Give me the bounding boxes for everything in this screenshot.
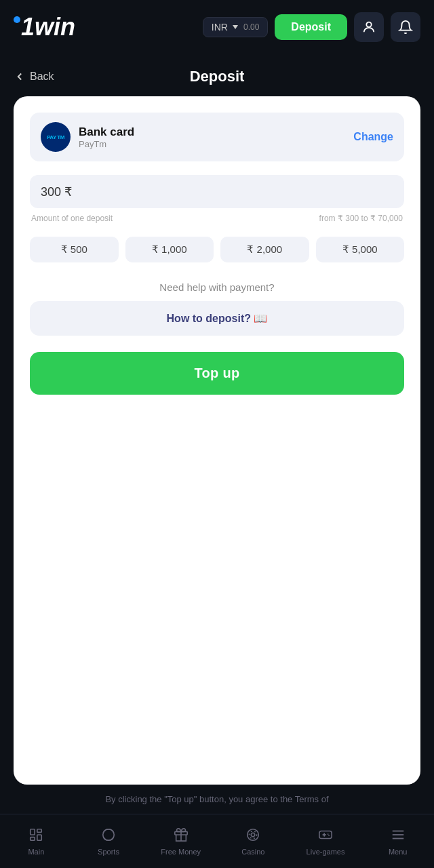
help-text: Need help with payment? [30,281,404,293]
back-button[interactable]: Back [14,71,54,83]
profile-button[interactable] [354,12,384,42]
quick-amount-5000[interactable]: ₹ 5,000 [316,237,405,262]
deposit-button[interactable]: Deposit [275,14,347,40]
logo: 1win [14,13,75,41]
quick-amount-1000[interactable]: ₹ 1,000 [125,237,214,262]
svg-point-0 [366,22,371,27]
how-to-label: How to deposit? 📖 [167,312,268,325]
currency-chevron-icon [233,25,238,29]
top-up-button[interactable]: Top up [30,352,404,395]
svg-rect-4 [31,837,35,840]
amount-hint-right: from ₹ 300 to ₹ 70,000 [319,214,403,223]
payment-name: Bank card [79,125,134,139]
svg-rect-3 [37,835,41,840]
back-arrow-icon [14,71,26,83]
payment-info: PAY TM Bank card PayTm [41,122,134,152]
amount-hint: Amount of one deposit from ₹ 300 to ₹ 70… [30,214,404,223]
bell-icon [398,20,413,35]
page-title: Deposit [190,68,245,85]
disclaimer-text: By clicking the "Top up" button, you agr… [105,794,328,804]
currency-button[interactable]: INR 0.00 [203,17,268,37]
quick-amount-2000[interactable]: ₹ 2,000 [220,237,309,262]
sports-icon [101,827,116,845]
svg-rect-1 [31,829,35,834]
payment-method-row: PAY TM Bank card PayTm Change [30,113,404,161]
svg-point-8 [252,833,256,837]
payment-sub: PayTm [79,139,134,149]
free-money-icon [174,827,189,845]
disclaimer: By clicking the "Top up" button, you agr… [0,785,434,814]
paytm-logo: PAY TM [41,122,71,152]
nav-item-menu[interactable]: Menu [361,814,434,868]
nav-item-live-games[interactable]: Live-games [290,814,362,868]
bottom-nav: Main Sports Free Money Casino [0,814,434,868]
balance-amount: 0.00 [243,22,259,32]
header-right: INR 0.00 Deposit [203,12,420,42]
nav-label-menu: Menu [389,848,408,856]
nav-label-free-money: Free Money [161,848,201,856]
profile-icon [361,20,376,35]
notifications-button[interactable] [391,12,420,42]
nav-label-main: Main [28,848,44,856]
nav-label-sports: Sports [98,848,119,856]
quick-amount-500[interactable]: ₹ 500 [30,237,119,262]
nav-label-casino: Casino [241,848,264,856]
menu-icon [391,827,406,845]
casino-icon [245,827,260,845]
main-icon [28,827,43,845]
nav-item-free-money[interactable]: Free Money [144,814,217,868]
change-payment-button[interactable]: Change [353,131,393,143]
quick-amounts: ₹ 500 ₹ 1,000 ₹ 2,000 ₹ 5,000 [30,237,404,262]
amount-input-wrapper [30,175,404,208]
payment-details: Bank card PayTm [79,125,134,149]
amount-hint-left: Amount of one deposit [31,214,113,223]
nav-item-sports[interactable]: Sports [73,814,145,868]
currency-label: INR [212,22,228,33]
svg-point-9 [250,831,257,838]
nav-label-live-games: Live-games [307,848,345,856]
nav-item-main[interactable]: Main [0,814,73,868]
how-to-deposit-button[interactable]: How to deposit? 📖 [30,301,404,336]
amount-input[interactable] [41,184,393,199]
nav-item-casino[interactable]: Casino [217,814,290,868]
deposit-card: PAY TM Bank card PayTm Change Amount of … [14,96,420,785]
logo-dot [14,16,20,23]
live-games-icon [318,827,333,845]
paytm-logo-text: PAY TM [47,134,64,140]
page-header: Back Deposit [0,54,434,96]
svg-rect-2 [37,829,41,832]
logo-text: 1win [21,13,75,41]
header: 1win INR 0.00 Deposit [0,0,434,54]
back-label: Back [30,71,54,83]
